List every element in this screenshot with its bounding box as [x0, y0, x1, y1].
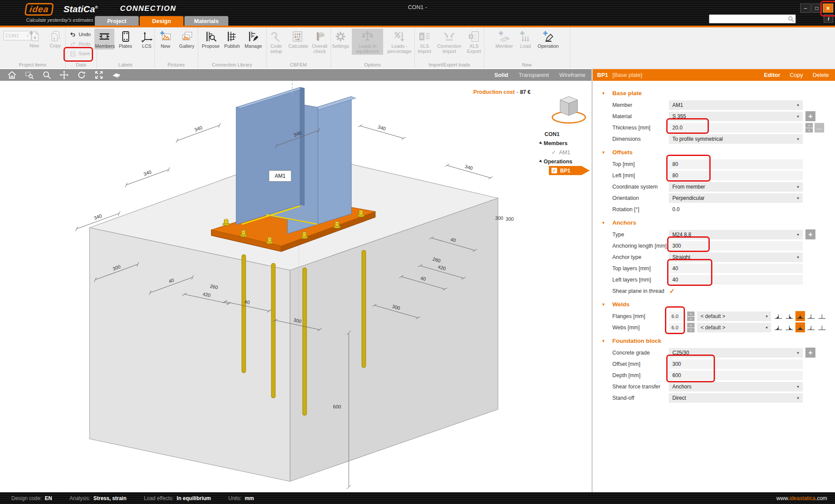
search-input[interactable] [709, 16, 788, 22]
3d-viewport[interactable]: SolidTransparentWireframe [0, 68, 591, 492]
weld-type-both-icon[interactable] [795, 311, 805, 321]
ribbon-loads-percentage-button[interactable]: Loads - percentage [384, 29, 414, 55]
delete-operation-button[interactable]: Delete [812, 72, 829, 78]
top-layers-mm-input[interactable]: 40 [669, 264, 803, 273]
tree-root[interactable]: CON1 [538, 129, 593, 139]
copy-operation-button[interactable]: Copy [790, 72, 803, 78]
ribbon-gallery-button[interactable]: Gallery [177, 29, 197, 50]
minimize-button[interactable]: – [800, 3, 811, 13]
ribbon-settings-button[interactable]: Settings [331, 29, 351, 50]
ribbon-manage-button[interactable]: Manage [244, 29, 264, 50]
anchoring-length-mm-input[interactable]: 300 [669, 241, 803, 251]
zoom-window-icon[interactable] [23, 70, 35, 80]
ribbon-load-button[interactable]: Load [515, 29, 535, 50]
checkbox-checked[interactable]: ✓ [551, 149, 556, 156]
thickness-mm-more-button[interactable]: ... [815, 123, 824, 133]
tree-item-bp1-selected[interactable]: ✓BP1 [549, 166, 590, 175]
tree-group-operations[interactable]: ▶Operations [538, 157, 593, 166]
left-mm-input[interactable]: 80 [669, 171, 803, 180]
ribbon-connection-import-button[interactable]: Connection Import [436, 29, 463, 55]
flanges-mm-input[interactable]: 6.0 [669, 312, 686, 321]
weld-type-left-icon[interactable] [774, 322, 783, 332]
ribbon-operation-button[interactable]: Operation [537, 29, 559, 50]
weld-type-small-icon[interactable] [806, 322, 816, 332]
add-concrete-grade-button[interactable]: + [805, 348, 815, 358]
flanges-mm-weld-material-select[interactable]: < default >▼ [697, 312, 771, 321]
weld-type-none-icon[interactable] [817, 322, 827, 332]
search-box[interactable] [709, 14, 796, 23]
navigation-cube[interactable] [549, 90, 589, 130]
stand-off-select[interactable]: Direct▼ [669, 393, 803, 403]
rotation-value[interactable]: 0.0 [669, 205, 803, 214]
weld-type-right-icon[interactable] [785, 322, 794, 332]
flanges-mm-stepper[interactable]: ▲▼ [687, 312, 695, 321]
info-button[interactable]: i [824, 14, 833, 23]
dimensions-select[interactable]: To profile symmetrical▼ [669, 134, 803, 144]
weld-type-small-icon[interactable] [806, 311, 816, 321]
member-select[interactable]: AM1▼ [669, 100, 803, 110]
tab-project[interactable]: Project [95, 16, 139, 26]
thickness-mm-input[interactable]: 20.0 [669, 123, 803, 133]
weld-type-both-icon[interactable] [795, 322, 805, 332]
top-mm-input[interactable]: 80 [669, 159, 803, 169]
material-select[interactable]: S 355▼ [669, 112, 803, 121]
weld-type-left-icon[interactable] [774, 311, 783, 321]
ribbon-save-button[interactable]: Save [65, 49, 97, 58]
ribbon-xls-export-button[interactable]: XXLS Export [464, 29, 484, 55]
ribbon-members-button[interactable]: Members [94, 29, 114, 50]
maximize-button[interactable]: □ [812, 3, 822, 13]
depth-mm-input[interactable]: 600 [669, 371, 803, 380]
webs-mm-weld-material-select[interactable]: < default >▼ [697, 323, 771, 332]
view-mode-wireframe[interactable]: Wireframe [559, 72, 585, 78]
tab-design[interactable]: Design [140, 16, 184, 26]
clip-icon[interactable] [110, 70, 122, 80]
webs-mm-input[interactable]: 6.0 [669, 323, 686, 332]
ribbon-redo-button[interactable]: Redo [65, 39, 97, 49]
home-icon[interactable] [6, 70, 17, 80]
ribbon-code-setup-button[interactable]: Code setup [266, 29, 286, 55]
add-type-button[interactable]: + [805, 229, 815, 239]
ribbon-loads-in-equilibrium-button[interactable]: Loads in equilibrium [352, 29, 383, 55]
ribbon-publish-button[interactable]: Publish [222, 29, 242, 50]
anchor-type-select[interactable]: Straight▼ [669, 252, 803, 262]
webs-mm-stepper[interactable]: ▲▼ [687, 323, 695, 332]
ribbon-lcs-button[interactable]: LCS [137, 29, 157, 50]
website-link[interactable]: www.ideastatica.com [776, 495, 827, 501]
checkbox-checked[interactable]: ✓ [551, 168, 557, 173]
section-header-welds[interactable]: ▼Welds [593, 300, 835, 311]
view-mode-solid[interactable]: Solid [494, 72, 508, 78]
ribbon-new-button[interactable]: New [24, 28, 44, 49]
view-mode-transparent[interactable]: Transparent [518, 72, 549, 78]
ribbon-calculate-button[interactable]: Calculate [287, 29, 307, 50]
pan-icon[interactable] [58, 70, 70, 80]
close-button[interactable]: × [823, 3, 833, 13]
tree-item-am1[interactable]: ✓AM1 [538, 148, 593, 157]
coordinate-system-select[interactable]: From member▼ [669, 182, 803, 192]
ribbon-propose-button[interactable]: Propose [201, 29, 221, 50]
concrete-grade-select[interactable]: C25/30▼ [669, 348, 803, 358]
editor-button[interactable]: Editor [764, 72, 781, 78]
section-header-anchors[interactable]: ▼Anchors [593, 218, 835, 229]
ribbon-member-button[interactable]: Member [494, 29, 514, 50]
tab-materials[interactable]: Materials [184, 16, 228, 26]
ribbon-undo-button[interactable]: Undo [65, 30, 97, 39]
ribbon-copy-button[interactable]: Copy [45, 28, 65, 49]
zoom-icon[interactable] [41, 70, 52, 80]
ribbon-plates-button[interactable]: Plates [116, 29, 136, 50]
weld-type-right-icon[interactable] [785, 311, 794, 321]
offset-mm-input[interactable]: 300 [669, 359, 803, 369]
add-material-button[interactable]: + [805, 111, 815, 121]
orientation-select[interactable]: Perpendicular▼ [669, 193, 803, 203]
ribbon-new-button[interactable]: New [156, 29, 176, 50]
fit-icon[interactable] [93, 70, 104, 80]
shear-force-transfer-select[interactable]: Anchors▼ [669, 382, 803, 391]
ribbon-xls-import-button[interactable]: XXLS Import [414, 29, 434, 55]
shear-plane-in-thread-checkbox[interactable]: ✓ [669, 287, 675, 295]
section-header-foundation-block[interactable]: ▼Foundation block [593, 336, 835, 348]
type-select[interactable]: M24 8.8▼ [669, 230, 803, 239]
rotate-icon[interactable] [76, 70, 87, 80]
section-header-offsets[interactable]: ▼Offsets [593, 148, 835, 159]
section-header-base-plate[interactable]: ▼Base plate [593, 89, 835, 100]
ribbon-overall-check-button[interactable]: Overall check [309, 29, 331, 55]
left-layers-mm-input[interactable]: 40 [669, 275, 803, 285]
